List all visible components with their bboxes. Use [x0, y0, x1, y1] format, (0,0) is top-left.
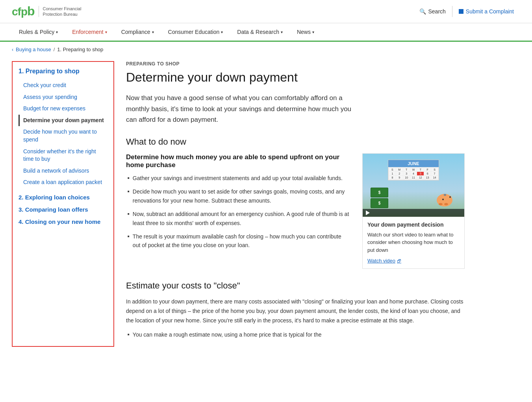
bullet-item: Now, subtract an additional amount for a… [126, 210, 350, 227]
nav-label: News [297, 29, 311, 35]
intro-paragraph: Now that you have a good sense of what y… [126, 93, 362, 125]
cal-cell: T [403, 168, 410, 171]
nav-data-research[interactable]: Data & Research ▾ [230, 23, 290, 42]
nav-label: Rules & Policy [19, 29, 54, 35]
estimate-heading: Estimate your costs to "close" [126, 281, 465, 291]
cal-cell: 4 [410, 172, 417, 175]
sidebar-section-4-title[interactable]: 4. Closing on your new home [19, 218, 108, 225]
sidebar-item-how-much-spend[interactable]: Decide how much you want to spend [19, 126, 108, 145]
money-bill: $ [371, 198, 388, 208]
money-bill: $ [371, 188, 388, 197]
section-label: PREPARING TO SHOP [126, 61, 465, 67]
cal-cell-highlighted: 5 [417, 172, 424, 175]
sidebar-section-1-title[interactable]: 1. Preparing to shop [19, 68, 108, 75]
nav-label: Enforcement [72, 29, 103, 35]
chevron-down-icon: ▾ [56, 30, 58, 34]
breadcrumb-current: 1. Preparing to shop [57, 47, 103, 52]
main-nav: Rules & Policy ▾ Enforcement ▾ Complianc… [0, 23, 532, 42]
sidebar-item-network-advisors[interactable]: Build a network of advisors [19, 165, 108, 177]
cfpb-logo: cfpb [12, 5, 35, 18]
video-card: JUNE S M T W T F S 1 [362, 153, 465, 269]
svg-point-1 [447, 195, 452, 200]
search-label: Search [428, 8, 445, 15]
cal-cell: 7 [431, 172, 438, 175]
breadcrumb-separator: / [54, 47, 55, 52]
nav-label: Data & Research [237, 29, 279, 35]
estimate-bullets: You can make a rough estimate now, using… [126, 330, 465, 339]
back-arrow-icon: ‹ [12, 47, 13, 52]
sidebar-item-budget-expenses[interactable]: Budget for new expenses [19, 103, 108, 115]
sidebar: 1. Preparing to shop Check your credit A… [12, 61, 114, 347]
sidebar-section-2-title[interactable]: 2. Exploring loan choices [19, 194, 108, 201]
piggy-bank-graphic [433, 189, 456, 209]
cal-cell: S [389, 168, 396, 171]
money-stack-graphic: $ $ [371, 188, 388, 209]
complaint-icon [459, 9, 463, 14]
video-thumb-content: JUNE S M T W T F S 1 [363, 154, 464, 217]
sidebar-section-3-title[interactable]: 3. Comparing loan offers [19, 206, 108, 213]
cal-cell: M [396, 168, 403, 171]
play-button[interactable] [363, 209, 464, 217]
chevron-down-icon: ▾ [152, 30, 154, 34]
cal-cell: 3 [403, 172, 410, 175]
external-link-icon: 🗗 [397, 259, 401, 263]
cal-cell: 6 [424, 172, 431, 175]
bullet-item: Gather your savings and investment state… [126, 174, 350, 182]
two-col-layout: Determine how much money you are able to… [126, 153, 465, 269]
logo-area: cfpb Consumer Financial Protection Burea… [12, 5, 81, 18]
svg-point-4 [444, 203, 448, 205]
subsection-heading: Determine how much money you are able to… [126, 153, 350, 169]
bullet-item: Decide how much you want to set aside fo… [126, 187, 350, 205]
calendar-grid: S M T W T F S 1 2 3 [388, 167, 439, 180]
sidebar-item-check-credit[interactable]: Check your credit [19, 80, 108, 91]
watch-video-link[interactable]: Watch video 🗗 [367, 258, 460, 264]
video-card-col: JUNE S M T W T F S 1 [362, 153, 465, 269]
nav-enforcement[interactable]: Enforcement ▾ [65, 23, 114, 42]
svg-point-2 [449, 196, 451, 198]
bullet-item: The result is your maximum available cas… [126, 232, 350, 250]
watch-video-label: Watch video [367, 258, 395, 264]
breadcrumb: ‹ Buying a house / 1. Preparing to shop [0, 42, 532, 57]
nav-label: Compliance [121, 29, 150, 35]
nav-news[interactable]: News ▾ [290, 23, 321, 42]
main-content: 1. Preparing to shop Check your credit A… [0, 61, 532, 347]
sidebar-item-assess-spending[interactable]: Assess your spending [19, 91, 108, 103]
bullets-list: Gather your savings and investment state… [126, 174, 350, 250]
sidebar-section-2: 2. Exploring loan choices [19, 194, 108, 201]
sidebar-section-3: 3. Comparing loan offers [19, 206, 108, 213]
estimate-section: Estimate your costs to "close" In additi… [126, 281, 465, 339]
top-header: cfpb Consumer Financial Protection Burea… [0, 0, 532, 23]
cal-cell: 14 [431, 176, 438, 179]
video-title: Your down payment decision [367, 221, 460, 228]
header-actions: 🔍 Search Submit a Complaint [413, 6, 520, 17]
cal-cell: 1 [389, 172, 396, 175]
complaint-button[interactable]: Submit a Complaint [452, 6, 520, 17]
cal-cell: F [424, 168, 431, 171]
sidebar-item-right-time[interactable]: Consider whether it's the right time to … [19, 146, 108, 165]
nav-rules-policy[interactable]: Rules & Policy ▾ [12, 23, 65, 42]
complaint-label: Submit a Complaint [466, 8, 514, 15]
what-to-do-heading: What to do now [126, 137, 465, 147]
sidebar-section-4: 4. Closing on your new home [19, 218, 108, 225]
sidebar-item-down-payment[interactable]: Determine your down payment [19, 115, 108, 127]
search-button[interactable]: 🔍 Search [413, 6, 452, 17]
svg-rect-5 [444, 194, 446, 196]
search-icon: 🔍 [419, 8, 426, 15]
chevron-down-icon: ▾ [281, 30, 283, 34]
cal-cell: 12 [417, 176, 424, 179]
video-thumbnail[interactable]: JUNE S M T W T F S 1 [363, 154, 464, 217]
estimate-paragraph: In addition to your down payment, there … [126, 297, 465, 325]
nav-consumer-education[interactable]: Consumer Education ▾ [161, 23, 230, 42]
nav-compliance[interactable]: Compliance ▾ [114, 23, 161, 42]
page-title: Determine your down payment [126, 70, 465, 85]
chevron-down-icon: ▾ [312, 30, 314, 34]
cal-cell: 2 [396, 172, 403, 175]
content-left-col: Determine how much money you are able to… [126, 153, 350, 269]
chevron-down-icon: ▾ [105, 30, 107, 34]
sidebar-item-loan-packet[interactable]: Create a loan application packet [19, 177, 108, 188]
cal-cell: 10 [403, 176, 410, 179]
breadcrumb-parent-link[interactable]: Buying a house [16, 47, 51, 52]
cal-cell: 9 [396, 176, 403, 179]
svg-point-6 [442, 199, 444, 200]
cal-cell: W [410, 168, 417, 171]
